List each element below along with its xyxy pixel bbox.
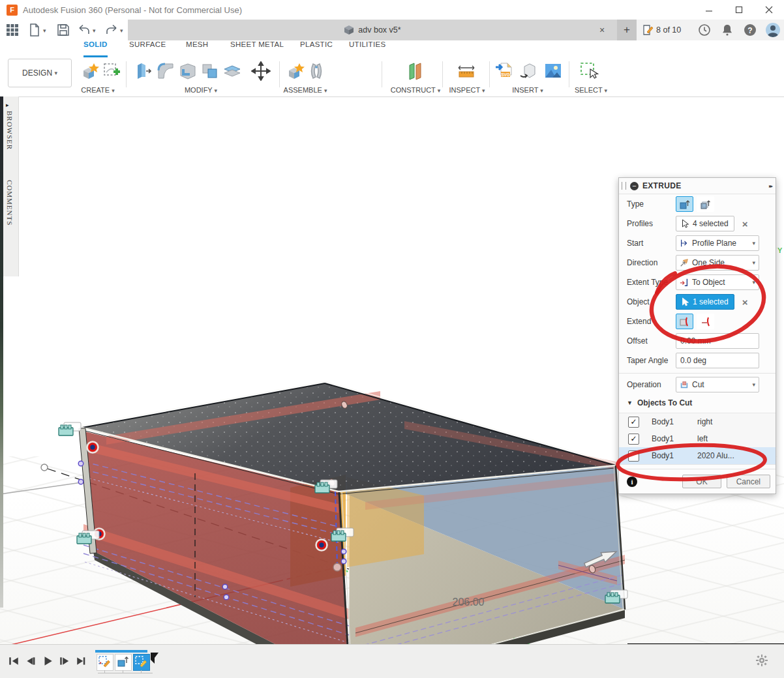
type-extrude-button[interactable] (676, 196, 693, 212)
group-label-modify[interactable]: MODIFY ▾ (185, 86, 217, 94)
file-menu-caret[interactable]: ▾ (43, 27, 46, 34)
notifications-bell-icon[interactable] (721, 23, 734, 37)
document-tab[interactable]: adv box v5* × (128, 20, 617, 40)
timeline-sketch-feature-selected[interactable] (133, 654, 150, 671)
combine-icon[interactable] (200, 61, 220, 81)
insert-svg-icon[interactable]: SVG (494, 61, 514, 81)
cancel-button[interactable]: Cancel (727, 475, 770, 488)
joint-icon[interactable] (307, 61, 326, 81)
profiles-clear-icon[interactable]: × (742, 218, 748, 229)
object-clear-icon[interactable]: × (742, 297, 748, 308)
new-body-icon[interactable] (80, 61, 99, 81)
redo-icon[interactable] (104, 23, 119, 37)
user-avatar[interactable] (765, 22, 781, 38)
sidebar-item-comments[interactable]: COMMENTS (6, 180, 14, 226)
fillet-icon[interactable] (156, 61, 175, 81)
timeline-position-marker[interactable] (149, 653, 160, 664)
section-collapse-icon[interactable]: ▼ (627, 400, 633, 406)
tab-utilities[interactable]: UTILITIES (349, 40, 385, 55)
cut-object-row-highlighted[interactable]: Body1 2020 Alu... (619, 447, 776, 464)
create-sketch-icon[interactable] (102, 61, 121, 81)
construction-plane-icon[interactable] (406, 61, 425, 81)
tab-sheet-metal[interactable]: SHEET METAL (230, 40, 284, 55)
tab-solid[interactable]: SOLID (83, 40, 108, 57)
checkbox-body1-left[interactable]: ✓ (628, 434, 639, 445)
canvas-image-icon[interactable] (543, 61, 563, 81)
objects-to-cut-header[interactable]: ▼ Objects To Cut (619, 394, 776, 411)
version-badge[interactable]: 8 of 10 (642, 24, 681, 36)
press-pull-icon[interactable] (134, 61, 153, 81)
extend-adjacent-button[interactable] (697, 314, 714, 329)
ok-button[interactable]: OK (682, 475, 721, 488)
document-tab-label[interactable]: adv box v5* (358, 25, 400, 35)
move-icon[interactable] (251, 61, 271, 81)
origin-point[interactable] (333, 563, 341, 571)
timeline-play-button[interactable] (42, 655, 53, 667)
direction-dropdown[interactable]: One Side ▾ (676, 255, 759, 271)
sidebar-item-browser[interactable]: BROWSER (6, 111, 14, 150)
timeline-step-forward-button[interactable] (59, 655, 70, 667)
checkbox-body1-2020alu[interactable] (628, 450, 639, 462)
checkbox-body1-right[interactable]: ✓ (628, 417, 639, 428)
close-button[interactable] (754, 0, 784, 20)
redo-caret[interactable]: ▾ (120, 27, 123, 34)
group-label-inspect[interactable]: INSPECT ▾ (449, 86, 485, 94)
undo-icon[interactable] (77, 23, 91, 37)
tab-mesh[interactable]: MESH (186, 40, 208, 55)
job-status-clock-icon[interactable] (698, 23, 711, 37)
start-dropdown[interactable]: Profile Plane ▾ (676, 235, 759, 251)
taper-angle-input[interactable] (676, 353, 759, 368)
timeline-sketch-feature[interactable] (97, 654, 113, 671)
undo-caret[interactable]: ▾ (93, 27, 96, 34)
select-tool-icon[interactable] (579, 61, 599, 81)
shell-icon[interactable] (178, 61, 198, 81)
construction-point[interactable] (41, 464, 48, 471)
profile-plane-icon (680, 239, 689, 248)
split-body-icon[interactable] (222, 61, 242, 81)
timeline-progress-bar (95, 650, 147, 653)
tab-plastic[interactable]: PLASTIC (300, 40, 333, 55)
object-select-button[interactable]: 1 selected (676, 294, 734, 310)
operation-dropdown[interactable]: Cut ▾ (676, 377, 759, 392)
dock-panel-icon[interactable]: ▸▸ (769, 183, 772, 189)
extend-faces-button[interactable] (676, 314, 693, 329)
tab-surface[interactable]: SURFACE (129, 40, 166, 55)
new-component-icon[interactable] (285, 61, 305, 81)
file-icon[interactable] (27, 23, 42, 37)
minimize-button[interactable] (694, 0, 724, 20)
type-thin-extrude-button[interactable] (697, 196, 714, 212)
extent-type-dropdown[interactable]: To Object ▾ (676, 274, 759, 290)
save-icon[interactable] (56, 23, 70, 37)
app-grid-icon[interactable] (5, 23, 20, 37)
info-icon[interactable]: i (627, 477, 637, 487)
timeline-step-back-button[interactable] (25, 655, 37, 667)
new-document-tab-button[interactable]: + (617, 20, 637, 40)
browser-expand-icon[interactable]: ▸ (6, 102, 9, 108)
group-label-assemble[interactable]: ASSEMBLE ▾ (284, 86, 327, 94)
group-label-insert[interactable]: INSERT ▾ (512, 86, 543, 94)
insert-mesh-icon[interactable] (519, 61, 538, 81)
profiles-select-button[interactable]: 4 selected (676, 216, 734, 231)
cut-object-row[interactable]: ✓ Body1 right (619, 413, 776, 430)
drag-grip-icon[interactable] (622, 182, 626, 190)
design-workspace-dropdown[interactable]: DESIGN ▾ (8, 59, 72, 87)
measure-icon[interactable] (457, 61, 476, 81)
cut-object-row[interactable]: ✓ Body1 left (619, 430, 776, 447)
group-label-create[interactable]: CREATE ▾ (81, 86, 114, 94)
timeline-track[interactable] (98, 673, 153, 673)
timeline-skip-end-button[interactable] (76, 655, 87, 667)
group-label-select[interactable]: SELECT ▾ (575, 86, 607, 94)
offset-input[interactable] (676, 333, 759, 349)
dialog-title: EXTRUDE (642, 181, 681, 190)
timeline-bar (0, 644, 784, 678)
collapse-icon[interactable]: − (630, 182, 639, 190)
timeline-skip-start-button[interactable] (8, 655, 20, 667)
group-label-construct[interactable]: CONSTRUCT ▾ (391, 86, 440, 94)
document-tab-close-icon[interactable]: × (596, 24, 608, 36)
extrude-dialog-header[interactable]: − EXTRUDE ▸▸ (619, 178, 776, 194)
timeline-extrude-feature[interactable] (115, 654, 132, 671)
timeline-settings-gear-icon[interactable] (755, 654, 768, 667)
collapsed-browser-panel[interactable]: ▸ BROWSER COMMENTS (3, 96, 19, 276)
maximize-button[interactable] (724, 0, 754, 20)
help-icon[interactable]: ? (744, 23, 757, 37)
